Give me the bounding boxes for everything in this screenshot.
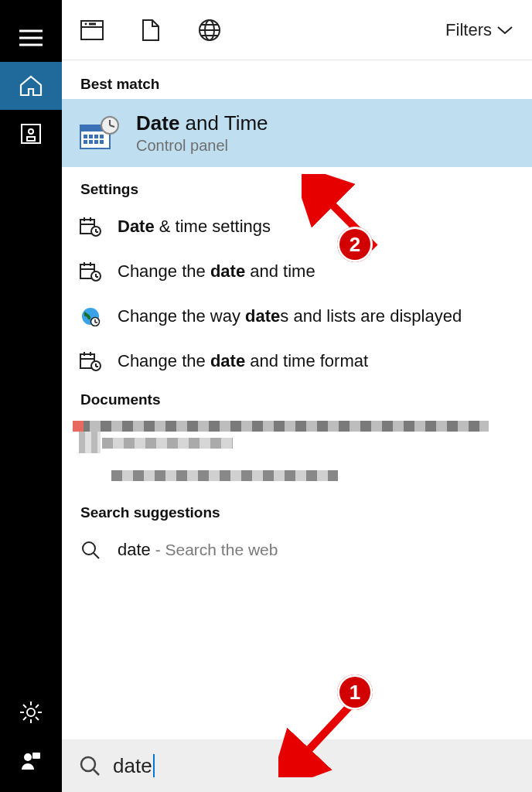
setting-change-date[interactable]: Change the date and time <box>62 249 532 294</box>
apps-filter-button[interactable] <box>80 19 104 42</box>
settings-heading: Settings <box>62 173 532 204</box>
calendar-clock-icon <box>79 215 102 238</box>
sidebar-app-button[interactable] <box>0 110 62 158</box>
setting-label: Change the date and time format <box>118 350 368 373</box>
filters-dropdown[interactable]: Filters <box>445 20 513 40</box>
globe-icon <box>198 19 221 42</box>
hamburger-menu-button[interactable] <box>0 14 62 62</box>
sidebar-settings-button[interactable] <box>0 688 62 736</box>
sidebar-home-button[interactable] <box>0 62 62 110</box>
search-icon <box>79 538 102 562</box>
person-chat-icon <box>20 749 42 771</box>
calendar-clock-icon <box>79 260 102 283</box>
search-icon <box>79 755 101 777</box>
setting-regional[interactable]: Change the way dates and lists are displ… <box>62 294 532 339</box>
date-time-icon <box>79 116 121 150</box>
svg-rect-29 <box>84 140 87 144</box>
documents-heading: Documents <box>62 384 532 415</box>
annotation-badge-1: 1 <box>337 674 373 710</box>
svg-line-66 <box>294 704 352 766</box>
search-results-panel: Filters Best match Date and Time Control… <box>62 0 532 792</box>
svg-rect-17 <box>89 22 96 25</box>
svg-rect-31 <box>94 140 98 144</box>
svg-point-63 <box>81 757 95 771</box>
svg-point-16 <box>85 22 87 25</box>
svg-point-61 <box>83 542 95 555</box>
svg-rect-32 <box>100 140 104 144</box>
best-match-heading: Best match <box>62 68 532 99</box>
setting-format[interactable]: Change the date and time format <box>62 339 532 384</box>
setting-date-time[interactable]: Date & time settings <box>62 204 532 249</box>
suggestion-text: date - Search the web <box>118 538 278 562</box>
svg-rect-26 <box>89 135 93 138</box>
svg-line-11 <box>23 717 26 720</box>
svg-rect-30 <box>89 140 93 144</box>
gear-icon <box>19 701 43 724</box>
filters-label: Filters <box>445 20 492 40</box>
app-square-icon <box>20 123 42 145</box>
document-result-redacted-2[interactable] <box>62 432 532 487</box>
results-content: Best match Date and Time Control panel S… <box>62 60 532 572</box>
best-match-subtitle: Control panel <box>136 137 268 155</box>
sidebar <box>0 0 62 792</box>
svg-rect-28 <box>100 135 104 138</box>
search-suggestions-heading: Search suggestions <box>62 497 532 527</box>
svg-line-62 <box>94 553 99 558</box>
sidebar-feedback-button[interactable] <box>0 736 62 784</box>
app-window-icon <box>80 20 104 40</box>
calendar-clock-icon <box>79 350 102 373</box>
svg-line-8 <box>23 705 26 708</box>
svg-point-12 <box>24 753 32 761</box>
setting-label: Date & time settings <box>118 215 271 238</box>
svg-rect-25 <box>84 135 87 138</box>
svg-rect-2 <box>27 137 35 141</box>
web-search-suggestion[interactable]: date - Search the web <box>62 527 532 572</box>
chevron-down-icon <box>496 25 513 36</box>
svg-line-64 <box>94 770 99 775</box>
globe-blue-icon <box>79 305 102 328</box>
best-match-title: Date and Time <box>136 111 268 135</box>
setting-label: Change the way dates and lists are displ… <box>118 305 462 328</box>
document-icon <box>142 19 160 42</box>
svg-rect-27 <box>94 135 98 138</box>
hamburger-icon <box>19 29 43 46</box>
best-match-result[interactable]: Date and Time Control panel <box>62 99 532 167</box>
svg-point-1 <box>29 129 33 134</box>
annotation-badge-2: 2 <box>337 227 373 262</box>
setting-label: Change the date and time <box>118 260 315 283</box>
svg-line-10 <box>36 705 39 708</box>
documents-filter-button[interactable] <box>139 19 162 42</box>
svg-rect-13 <box>32 753 40 759</box>
svg-line-9 <box>36 717 39 720</box>
filter-toolbar: Filters <box>62 0 532 60</box>
home-icon <box>19 75 43 97</box>
svg-point-3 <box>27 708 35 716</box>
web-filter-button[interactable] <box>198 19 221 42</box>
